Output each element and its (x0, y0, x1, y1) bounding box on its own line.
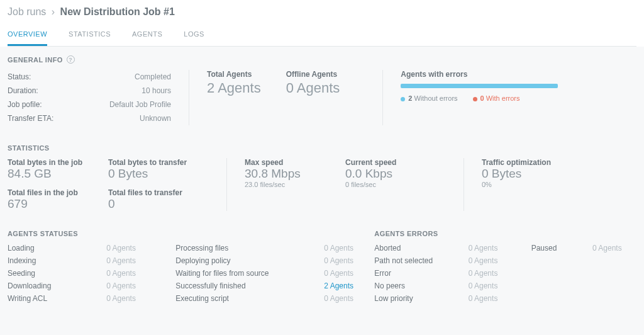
agents-errors-summary: Agents with errors 2 Without errors 0 Wi… (401, 70, 636, 102)
total-files-job-label: Total files in the job (8, 188, 108, 197)
table-key: Deploying policy (175, 256, 305, 265)
dot-red-icon (473, 97, 477, 101)
table-key: Error (374, 269, 449, 278)
total-agents-value: 2 Agents (207, 80, 261, 96)
total-agents-box: Total Agents 2 Agents (207, 70, 261, 96)
table-val: 0 Agents (324, 244, 374, 253)
table-val (592, 281, 636, 290)
offline-agents-box: Offline Agents 0 Agents (286, 70, 340, 96)
table-val (592, 269, 636, 278)
table-val (592, 256, 636, 265)
table-val: 0 Agents (469, 244, 513, 253)
table-val: 0 Agents (106, 281, 157, 290)
total-agents-label: Total Agents (207, 70, 261, 79)
current-speed-sub: 0 files/sec (345, 181, 446, 188)
table-key: Waiting for files from source (175, 269, 305, 278)
table-key: No peers (374, 281, 449, 290)
table-key (531, 294, 574, 303)
table-key (531, 256, 574, 265)
statuses-table: Loading0 AgentsProcessing files0 AgentsI… (8, 244, 374, 303)
breadcrumb-root[interactable]: Job runs (8, 6, 46, 17)
table-key: Paused (531, 244, 574, 253)
general-kv-list: Status:Completed Duration:10 hours Job p… (8, 70, 171, 125)
table-val: 0 Agents (106, 294, 157, 303)
help-icon[interactable]: ? (67, 55, 75, 64)
errors-table: Aborted0 AgentsPaused0 AgentsPath not se… (374, 244, 636, 303)
table-val: 2 Agents (324, 281, 374, 290)
table-val: 0 Agents (469, 281, 513, 290)
duration-label: Duration: (8, 86, 38, 95)
table-key: Executing script (175, 294, 305, 303)
traffic-opt-sub: 0% (482, 181, 636, 188)
table-val: 0 Agents (106, 256, 157, 265)
table-key: Processing files (175, 244, 305, 253)
profile-value: Default Job Profile (109, 100, 171, 109)
table-key: Successfully finished (175, 281, 305, 290)
tab-statistics[interactable]: STATISTICS (69, 25, 111, 46)
chevron-right-icon: › (52, 6, 55, 17)
table-val (592, 294, 636, 303)
table-val: 0 Agents (324, 269, 374, 278)
table-val: 0 Agents (469, 294, 513, 303)
section-title-statuses: AGENTS STATUSES (8, 230, 374, 237)
table-val: 0 Agents (469, 256, 513, 265)
divider (226, 158, 227, 211)
table-key: Path not selected (374, 256, 449, 265)
table-val: 0 Agents (324, 256, 374, 265)
section-title-errors: AGENTS ERRORS (374, 230, 636, 237)
table-key: Downloading (8, 281, 87, 290)
traffic-opt-label: Traffic optimization (482, 158, 636, 167)
total-bytes-transfer-label: Total bytes to transfer (108, 158, 209, 167)
offline-agents-label: Offline Agents (286, 70, 340, 79)
legend-err: 0 With errors (473, 94, 520, 102)
table-key: Aborted (374, 244, 449, 253)
breadcrumb: Job runs › New Distribution Job #1 (8, 6, 636, 18)
eta-value: Unknown (140, 114, 171, 123)
table-val: 0 Agents (106, 269, 157, 278)
breadcrumb-current: New Distribution Job #1 (60, 6, 175, 17)
general-info-label: GENERAL INFO (8, 56, 63, 64)
duration-value: 10 hours (142, 86, 171, 95)
table-val: 0 Agents (592, 244, 636, 253)
divider (382, 70, 383, 125)
max-speed-value: 30.8 Mbps (245, 167, 345, 181)
tab-overview[interactable]: OVERVIEW (8, 25, 47, 46)
current-speed-value: 0.0 Kbps (345, 167, 446, 181)
table-key: Low priority (374, 294, 449, 303)
legend-ok: 2 Without errors (401, 94, 457, 102)
table-key: Loading (8, 244, 87, 253)
eta-label: Transfer ETA: (8, 114, 53, 123)
divider (189, 70, 189, 125)
total-files-transfer-label: Total files to transfer (108, 188, 209, 197)
table-key: Writing ACL (8, 294, 87, 303)
profile-label: Job pofile: (8, 100, 42, 109)
agents-errors-bar (401, 84, 558, 88)
table-val: 0 Agents (469, 269, 513, 278)
agents-errors-label: Agents with errors (401, 70, 636, 79)
table-val: 0 Agents (106, 244, 157, 253)
traffic-opt-value: 0 Bytes (482, 167, 636, 181)
section-title-statistics: STATISTICS (8, 144, 636, 152)
total-bytes-job-value: 84.5 GB (8, 167, 108, 181)
status-label: Status: (8, 72, 31, 81)
status-value: Completed (135, 72, 171, 81)
dot-blue-icon (401, 97, 405, 101)
table-key (531, 281, 574, 290)
divider (464, 158, 464, 211)
total-files-transfer-value: 0 (108, 197, 209, 211)
max-speed-sub: 23.0 files/sec (245, 181, 345, 188)
table-key: Seeding (8, 269, 87, 278)
tab-agents[interactable]: AGENTS (132, 25, 162, 46)
max-speed-label: Max speed (245, 158, 345, 167)
table-key: Indexing (8, 256, 87, 265)
total-bytes-transfer-value: 0 Bytes (108, 167, 209, 181)
tabs: OVERVIEW STATISTICS AGENTS LOGS (8, 25, 636, 47)
total-bytes-job-label: Total bytes in the job (8, 158, 108, 167)
section-title-general: GENERAL INFO ? (8, 55, 636, 64)
tab-logs[interactable]: LOGS (184, 25, 204, 46)
table-key (531, 269, 574, 278)
offline-agents-value: 0 Agents (286, 80, 340, 96)
total-files-job-value: 679 (8, 197, 108, 211)
current-speed-label: Current speed (345, 158, 446, 167)
table-val: 0 Agents (324, 294, 374, 303)
